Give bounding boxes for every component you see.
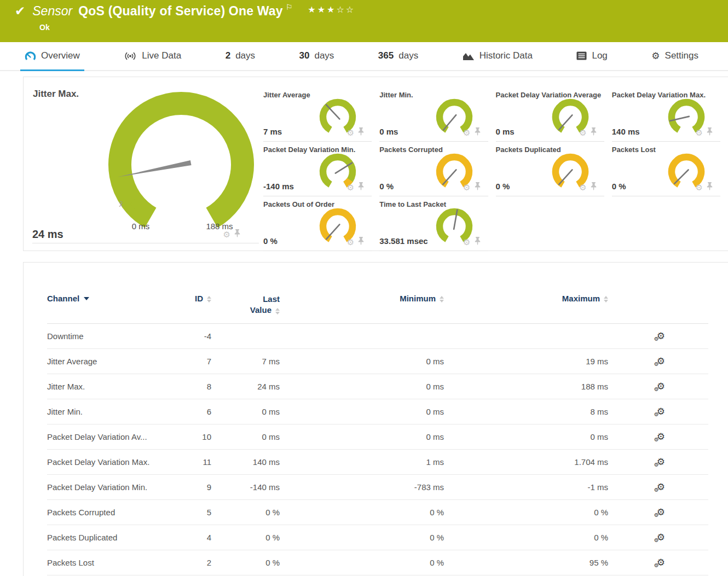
- tab-overview[interactable]: Overview: [20, 42, 84, 71]
- channel-settings-gear-icon[interactable]: ⚙⚙: [657, 357, 665, 366]
- gear-icon[interactable]: ⚙: [347, 238, 354, 246]
- pin-icon[interactable]: [475, 182, 481, 193]
- cell-last-value: 0 %: [211, 533, 280, 542]
- tab-label: Settings: [665, 50, 698, 61]
- column-header-min[interactable]: Minimum: [280, 294, 444, 303]
- pin-icon[interactable]: [475, 127, 481, 138]
- cell-minimum: -783 ms: [280, 482, 444, 492]
- tab-log[interactable]: Log: [572, 42, 611, 71]
- tab-label: Log: [592, 50, 607, 61]
- cell-minimum: 0 ms: [280, 382, 444, 391]
- column-header-max[interactable]: Maximum: [444, 294, 608, 303]
- channel-settings-gear-icon[interactable]: ⚙⚙: [657, 331, 665, 341]
- sort-icon[interactable]: [604, 296, 608, 302]
- cell-id: 5: [178, 508, 211, 517]
- gauge-cell-icons: ⚙: [463, 237, 480, 247]
- gear-icon[interactable]: ⚙: [347, 183, 354, 191]
- column-header-label: ID: [195, 294, 203, 303]
- sort-icon[interactable]: [207, 296, 211, 302]
- sort-icon[interactable]: [275, 308, 280, 315]
- gauge-cell-jitter-min[interactable]: Jitter Min.0 ms⚙: [379, 87, 488, 142]
- column-header-label: Channel: [47, 294, 79, 303]
- gauge-value: 0 %: [263, 236, 278, 246]
- cell-channel: Packets Lost: [47, 558, 178, 567]
- cell-settings: ⚙⚙: [608, 407, 674, 416]
- cell-id: 10: [178, 432, 211, 441]
- gauge-cell-packet-delay-variation-min[interactable]: Packet Delay Variation Min.-140 ms⚙: [263, 142, 372, 196]
- cell-settings: ⚙⚙: [608, 508, 674, 517]
- cell-channel: Jitter Max.: [47, 382, 178, 391]
- cell-maximum: 0 %: [444, 533, 608, 542]
- gear-icon[interactable]: ⚙: [579, 183, 586, 191]
- pin-icon[interactable]: [358, 182, 364, 193]
- sensor-type-label: Sensor: [32, 4, 72, 19]
- table-row-packets-corrupted: Packets Corrupted50 %0 %0 %⚙⚙: [47, 500, 708, 525]
- pin-icon[interactable]: [358, 237, 364, 247]
- settings-icon: ⚙: [651, 51, 660, 61]
- cell-settings: ⚙⚙: [608, 432, 674, 441]
- tab-label: days: [314, 50, 334, 61]
- tab-settings[interactable]: ⚙Settings: [647, 42, 703, 71]
- gauge-cell-packet-delay-variation-average[interactable]: Packet Delay Variation Average0 ms⚙: [496, 87, 604, 142]
- gear-icon[interactable]: ⚙: [463, 183, 470, 191]
- gauge-cell-jitter-average[interactable]: Jitter Average7 ms⚙: [263, 87, 372, 142]
- sort-down-arrow: [604, 300, 608, 302]
- tab-label: days: [398, 50, 418, 61]
- tab-30-days[interactable]: 30days: [295, 42, 339, 71]
- channel-settings-gear-icon[interactable]: ⚙⚙: [657, 558, 665, 567]
- priority-stars[interactable]: ★★★☆☆: [308, 4, 355, 15]
- channel-settings-gear-icon[interactable]: ⚙⚙: [657, 382, 665, 391]
- table-row-packet-delay-variation-min: Packet Delay Variation Min.9-140 ms-783 …: [47, 475, 708, 500]
- pin-icon[interactable]: [234, 229, 240, 240]
- tab-2-days[interactable]: 2days: [221, 42, 259, 71]
- cell-last-value: 0 %: [211, 508, 280, 517]
- cell-minimum: 0 %: [280, 558, 444, 567]
- channel-settings-gear-icon[interactable]: ⚙⚙: [657, 457, 665, 467]
- pin-icon[interactable]: [591, 127, 597, 138]
- cell-maximum: 95 %: [444, 558, 608, 567]
- tab-live-data[interactable]: Live Data: [119, 42, 186, 71]
- gauge-cell-packets-lost[interactable]: Packets Lost0 %⚙: [612, 142, 720, 196]
- gear-icon[interactable]: ⚙: [223, 230, 230, 238]
- channel-settings-gear-icon[interactable]: ⚙⚙: [657, 407, 665, 416]
- tab-365-days[interactable]: 365days: [374, 42, 423, 71]
- cell-id: 4: [178, 533, 211, 542]
- gear-icon[interactable]: ⚙: [696, 183, 703, 191]
- channel-settings-gear-icon[interactable]: ⚙⚙: [657, 482, 665, 492]
- pin-icon[interactable]: [707, 182, 713, 193]
- gear-icon[interactable]: ⚙: [579, 129, 586, 137]
- sort-icon[interactable]: [440, 296, 444, 302]
- gauge-cell-packets-duplicated[interactable]: Packets Duplicated0 %⚙: [496, 142, 604, 196]
- gauge-cell-packet-delay-variation-max[interactable]: Packet Delay Variation Max.140 ms⚙: [612, 87, 720, 142]
- gear-icon[interactable]: ⚙: [463, 129, 470, 137]
- gauge-value: 0 %: [379, 182, 394, 191]
- pin-icon[interactable]: [591, 182, 597, 193]
- pin-icon[interactable]: [707, 127, 713, 138]
- column-header-id[interactable]: ID: [178, 294, 211, 303]
- cell-id: 8: [178, 382, 211, 391]
- tab-historic-data[interactable]: Historic Data: [458, 42, 537, 71]
- gauge-cell-packets-out-of-order[interactable]: Packets Out of Order0 %⚙: [263, 196, 372, 251]
- cell-channel: Packets Corrupted: [47, 508, 178, 517]
- pin-icon[interactable]: [475, 237, 481, 247]
- gauge-cell-icons: ⚙: [347, 182, 364, 193]
- column-header-last[interactable]: LastValue: [211, 294, 280, 316]
- channel-settings-gear-icon[interactable]: ⚙⚙: [657, 533, 665, 542]
- cell-maximum: 188 ms: [444, 382, 608, 391]
- sort-up-arrow: [207, 296, 211, 299]
- pin-icon[interactable]: [358, 127, 364, 138]
- column-header-channel[interactable]: Channel: [47, 294, 178, 303]
- channel-settings-gear-small-icon: ⚙: [654, 487, 659, 493]
- gauge-cell-packets-corrupted[interactable]: Packets Corrupted0 %⚙: [379, 142, 488, 196]
- gear-icon[interactable]: ⚙: [463, 238, 470, 246]
- channel-settings-gear-icon[interactable]: ⚙⚙: [657, 432, 665, 441]
- gauge-cell-time-to-last-packet[interactable]: Time to Last Packet33.581 msec⚙: [379, 196, 488, 251]
- gear-icon[interactable]: ⚙: [347, 129, 354, 137]
- channel-settings-gear-icon[interactable]: ⚙⚙: [657, 508, 665, 517]
- gear-icon[interactable]: ⚙: [696, 129, 703, 137]
- primary-gauge-cell[interactable]: Jitter Max. x̄ 0 ms 188 ms 24 ms ⚙: [24, 77, 263, 251]
- flag-icon[interactable]: ⚐: [286, 3, 293, 11]
- cell-minimum: 0 %: [280, 533, 444, 542]
- cell-settings: ⚙⚙: [608, 382, 674, 391]
- gauge-value: 33.581 msec: [379, 236, 427, 246]
